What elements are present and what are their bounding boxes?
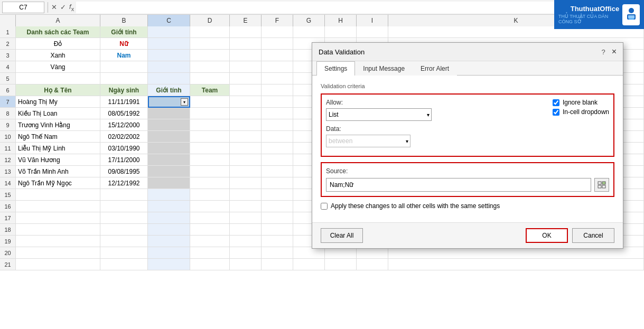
cell-B2[interactable]: Nữ	[100, 38, 148, 50]
cell-E10[interactable]	[230, 131, 262, 143]
cell-B3[interactable]: Nam	[100, 50, 148, 61]
cell-D14[interactable]	[190, 177, 230, 189]
cell-B9[interactable]: 15/12/2000	[100, 119, 148, 131]
data-select[interactable]: between	[326, 135, 410, 147]
cell-E11[interactable]	[230, 143, 262, 154]
cell-A14[interactable]: Ngô Trần Mỹ Ngọc	[16, 177, 100, 189]
allow-select[interactable]: List	[326, 108, 432, 121]
insert-function-icon[interactable]: fx	[69, 3, 74, 12]
cell-A6[interactable]: Họ & Tên	[16, 84, 100, 96]
cell-B4[interactable]	[100, 61, 148, 73]
col-header-A[interactable]: A	[16, 15, 100, 26]
cell-C6[interactable]: Giới tính	[148, 84, 190, 96]
ok-button[interactable]: OK	[526, 228, 568, 243]
cell-D2[interactable]	[190, 38, 230, 50]
confirm-formula-icon[interactable]: ✓	[60, 3, 66, 11]
cell-E5[interactable]	[230, 73, 262, 84]
cell-B13[interactable]: 09/08/1995	[100, 166, 148, 177]
cell-B1[interactable]: Giới tính	[100, 26, 148, 38]
cell-C14[interactable]	[148, 177, 190, 189]
cell-A11[interactable]: Liễu Thị Mỹ Linh	[16, 143, 100, 154]
col-header-D[interactable]: D	[190, 15, 230, 26]
cell-C2[interactable]	[148, 38, 190, 50]
cell-E9[interactable]	[230, 119, 262, 131]
col-header-H[interactable]: H	[325, 15, 357, 26]
cell-E13[interactable]	[230, 166, 262, 177]
cell-D3[interactable]	[190, 50, 230, 61]
cell-A10[interactable]: Ngô Thế Nam	[16, 131, 100, 143]
cell-A5[interactable]	[16, 73, 100, 84]
cell-E8[interactable]	[230, 108, 262, 119]
cell-F3[interactable]	[262, 50, 293, 61]
tab-error-alert[interactable]: Error Alert	[413, 61, 457, 76]
cell-C13[interactable]	[148, 166, 190, 177]
cell-C5[interactable]	[148, 73, 190, 84]
col-header-E[interactable]: E	[230, 15, 262, 26]
in-cell-dropdown-checkbox[interactable]	[553, 109, 559, 116]
cell-D10[interactable]	[190, 131, 230, 143]
cell-E14[interactable]	[230, 177, 262, 189]
cell-F10[interactable]	[262, 131, 293, 143]
cell-F1[interactable]	[262, 26, 293, 38]
cell-I1[interactable]	[357, 26, 388, 38]
cell-F12[interactable]	[262, 154, 293, 166]
cell-C3[interactable]	[148, 50, 190, 61]
cell-F6[interactable]	[262, 84, 293, 96]
cell-A7[interactable]: Hoàng Thị My	[16, 96, 100, 108]
cell-A12[interactable]: Vũ Văn Hương	[16, 154, 100, 166]
apply-changes-checkbox[interactable]	[321, 203, 328, 210]
cell-D5[interactable]	[190, 73, 230, 84]
cell-E6[interactable]	[230, 84, 262, 96]
cell-ref-box[interactable]: C7	[2, 2, 44, 13]
cell-F2[interactable]	[262, 38, 293, 50]
cell-B8[interactable]: 08/05/1992	[100, 108, 148, 119]
cell-F5[interactable]	[262, 73, 293, 84]
cell-D6[interactable]: Team	[190, 84, 230, 96]
cell-C11[interactable]	[148, 143, 190, 154]
cell-C9[interactable]	[148, 119, 190, 131]
cell-A13[interactable]: Võ Trần Minh Anh	[16, 166, 100, 177]
cell-D12[interactable]	[190, 154, 230, 166]
cell-B14[interactable]: 12/12/1992	[100, 177, 148, 189]
dialog-help-icon[interactable]: ?	[601, 48, 605, 56]
cell-E7[interactable]	[230, 96, 262, 108]
dialog-close-button[interactable]: ×	[612, 47, 617, 57]
cell-F4[interactable]	[262, 61, 293, 73]
cell-F13[interactable]	[262, 166, 293, 177]
cell-D7[interactable]	[190, 96, 230, 108]
cell-D13[interactable]	[190, 166, 230, 177]
ignore-blank-checkbox[interactable]	[553, 99, 559, 106]
col-header-B[interactable]: B	[100, 15, 148, 26]
source-input[interactable]	[326, 178, 591, 192]
cell-E2[interactable]	[230, 38, 262, 50]
cell-C8[interactable]	[148, 108, 190, 119]
cell-D4[interactable]	[190, 61, 230, 73]
cell-C1[interactable]	[148, 26, 190, 38]
cell-B7[interactable]: 11/11/1991	[100, 96, 148, 108]
cell-C4[interactable]	[148, 61, 190, 73]
cell-D9[interactable]	[190, 119, 230, 131]
cell-B5[interactable]	[100, 73, 148, 84]
cancel-formula-icon[interactable]: ✕	[51, 3, 57, 11]
cell-E4[interactable]	[230, 61, 262, 73]
cell-F7[interactable]	[262, 96, 293, 108]
cell-C10[interactable]	[148, 131, 190, 143]
clear-all-button[interactable]: Clear All	[321, 228, 363, 243]
cell-A3[interactable]: Xanh	[16, 50, 100, 61]
cell-C12[interactable]	[148, 154, 190, 166]
cell-G1[interactable]	[293, 26, 325, 38]
cancel-button[interactable]: Cancel	[572, 228, 614, 243]
cell-A2[interactable]: Đỏ	[16, 38, 100, 50]
cell-E3[interactable]	[230, 50, 262, 61]
cell-A9[interactable]: Trương Vinh Hằng	[16, 119, 100, 131]
cell-D1[interactable]	[190, 26, 230, 38]
cell-F9[interactable]	[262, 119, 293, 131]
cell-D11[interactable]	[190, 143, 230, 154]
cell-F8[interactable]	[262, 108, 293, 119]
tab-settings[interactable]: Settings	[316, 61, 355, 76]
cell-D8[interactable]	[190, 108, 230, 119]
cell-A1[interactable]: Danh sách các Team	[16, 26, 100, 38]
source-range-button[interactable]	[594, 178, 609, 192]
cell-B11[interactable]: 03/10/1990	[100, 143, 148, 154]
col-header-G[interactable]: G	[293, 15, 325, 26]
